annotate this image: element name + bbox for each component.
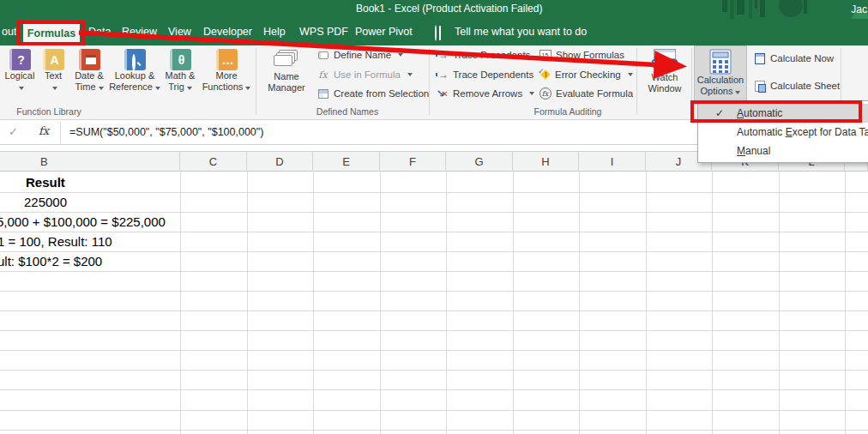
math-trig-button[interactable]: θ Math & Trig [160,47,201,93]
menu-item-automatic-except[interactable]: Automatic Except for Data Tables [698,123,868,142]
calculator-icon [709,49,732,75]
more-functions-button[interactable]: … More Functions [201,47,252,93]
lookup-reference-button[interactable]: Lookup & Reference [110,47,160,93]
tab-data[interactable]: Data [88,19,111,45]
button-label: Logical [5,70,35,81]
insert-function-icon[interactable]: fx [39,124,49,137]
tab-view[interactable]: View [168,19,191,45]
create-from-selection-button[interactable]: Create from Selection [316,85,429,102]
column-header-i[interactable]: I [579,152,646,172]
menu-item-manual[interactable]: Manual [698,142,868,160]
menu-item-automatic[interactable]: ✓ Automatic [698,104,868,123]
show-formulas-button[interactable]: Show Formulas [539,46,624,63]
tab-layout-clipped[interactable]: out [2,19,16,45]
tab-developer[interactable]: Developer [203,19,252,45]
check-icon: ✓ [715,104,724,123]
math-trig-book-icon: θ [170,49,191,70]
calculate-now-icon [753,52,766,64]
tag-icon [316,49,329,61]
ribbon-tab-bar: out Formulas Data Review View Developer … [0,19,868,45]
cell-text: 5,000 + $100,000 = $225,000 [0,212,166,232]
button-label: Functions [202,81,251,93]
column-header-g[interactable]: G [446,152,513,172]
evaluate-formula-button[interactable]: fx Evaluate Formula [539,85,633,102]
button-label: Use in Formula [334,69,401,80]
button-label: Window [648,83,681,94]
gridlines [0,172,868,434]
chevron-down-icon [19,87,24,90]
use-in-formula-button[interactable]: fx Use in Formula [316,66,413,83]
tab-wps-pdf[interactable]: WPS PDF [299,19,348,45]
column-header-b[interactable]: B [0,152,180,172]
button-label [50,81,57,93]
button-label: Error Checking [555,69,621,80]
define-name-button[interactable]: Define Name [316,46,403,63]
group-separator [636,48,637,115]
button-label: Trace Precedents [453,50,530,60]
button-label: Date & [75,70,104,81]
tab-review[interactable]: Review [122,19,157,45]
calculation-options-menu: ✓ Automatic Automatic Except for Data Ta… [697,100,868,163]
button-label: Remove Arrows [453,88,522,99]
function-library-group-label: Function Library [16,106,81,117]
text-book-icon: A [43,49,64,70]
button-label: Lookup & [115,70,154,81]
chevron-down-icon [735,91,740,94]
chevron-down-icon [398,53,403,57]
magnifier-icon [132,56,141,64]
lightbulb-icon [435,26,446,39]
trace-precedents-button[interactable]: → Trace Precedents [436,46,530,63]
remove-arrows-button[interactable]: ↘✕ Remove Arrows [436,85,534,102]
date-time-button[interactable]: Date & Time [69,47,110,93]
group-separator [691,48,692,115]
chevron-down-icon [628,73,633,76]
excel-window: Book1 - Excel (Product Activation Failed… [0,0,868,434]
calculate-sheet-button[interactable]: Calculate Sheet [753,77,840,94]
button-label: Name [274,71,298,82]
trace-precedents-icon: → [436,49,449,61]
cell-text: 225000 [24,192,67,212]
name-manager-button[interactable]: Name Manager [260,46,313,93]
calculation-options-button[interactable]: Calculation Options [694,45,747,101]
column-header-h[interactable]: H [513,152,579,172]
button-label: Text [45,70,62,81]
worksheet-grid[interactable]: Result 225000 5,000 + $100,000 = $225,00… [0,172,868,434]
logical-book-icon: ? [9,49,31,70]
window-title: Book1 - Excel (Product Activation Failed… [356,3,542,15]
error-checking-icon: ✓! [539,69,551,81]
error-checking-button[interactable]: ✓! Error Checking [539,66,633,83]
group-separator [429,48,430,115]
button-label: Trig [168,81,192,93]
selection-grid-icon [316,87,329,99]
column-header-f[interactable]: F [380,152,446,172]
formula-input[interactable]: =SUM("$50,000", "$75,000", "$100,000") [69,126,263,138]
column-header-d[interactable]: D [247,152,313,172]
divider [60,122,61,143]
logical-button[interactable]: ? Logical [2,47,38,93]
enter-check-icon[interactable]: ✓ [9,125,18,138]
trace-dependents-icon: → [436,69,449,81]
chevron-down-icon [245,87,250,90]
button-label: Trace Dependents [453,69,533,80]
tell-me-box[interactable]: Tell me what you want to do [455,19,587,45]
watch-window-icon [650,49,679,71]
remove-arrows-icon: ↘✕ [436,87,449,99]
show-formulas-icon [539,49,552,61]
tab-formulas[interactable]: Formulas [23,22,80,45]
text-button[interactable]: A Text [38,47,69,93]
chevron-down-icon [187,87,192,90]
column-header-c[interactable]: C [180,152,247,172]
tab-power-pivot[interactable]: Power Pivot [355,19,413,45]
calculate-now-button[interactable]: Calculate Now [753,50,834,67]
chevron-down-icon [99,87,104,90]
watch-window-button[interactable]: Watch Window [640,46,690,94]
button-label: Manager [268,82,304,93]
button-label: Show Formulas [556,50,624,60]
trace-dependents-button[interactable]: → Trace Dependents [436,66,533,83]
column-header-e[interactable]: E [313,152,380,172]
button-label: Options [701,86,741,97]
more-functions-book-icon: … [216,49,238,70]
button-label: Define Name [334,50,391,60]
cell-text: 1 = 100, Result: 110 [0,232,112,251]
tab-help[interactable]: Help [263,19,286,45]
